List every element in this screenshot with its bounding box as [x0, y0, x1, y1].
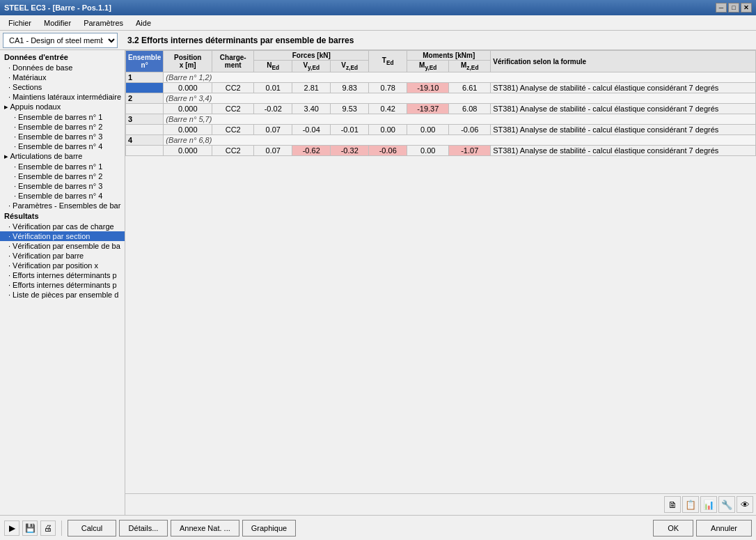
- cell-mz: 6.08: [449, 104, 491, 114]
- sidebar-item-maintiens[interactable]: · Maintiens latéraux intermédiaire: [0, 92, 125, 102]
- cell-ensemble: [126, 125, 164, 135]
- row-ensemble-num: 4: [126, 135, 164, 146]
- sidebar-item-artic-2[interactable]: · Ensemble de barres n° 2: [0, 171, 125, 181]
- cell-my: 0.00: [407, 146, 449, 156]
- cell-ned: 0.07: [254, 125, 292, 135]
- menu-aide[interactable]: Aide: [130, 17, 157, 29]
- menu-modifier[interactable]: Modifier: [38, 17, 77, 29]
- sidebar-item-artic-3[interactable]: · Ensemble de barres n° 3: [0, 181, 125, 191]
- print-icon[interactable]: 🖨: [40, 520, 56, 536]
- cell-mz: -0.06: [449, 125, 491, 135]
- window-controls: ─ □ ✕: [716, 3, 752, 13]
- icon-chart[interactable]: 📊: [700, 496, 717, 513]
- details-button[interactable]: Détails...: [119, 520, 168, 537]
- cell-ned: 0.01: [254, 83, 292, 93]
- sidebar-group-articulations[interactable]: ▸ Articulations de barre: [0, 151, 125, 162]
- sidebar-item-verif-cas[interactable]: · Vérification par cas de charge: [0, 222, 125, 231]
- sidebar-item-verif-position[interactable]: · Vérification par position x: [0, 261, 125, 270]
- sidebar-item-artic-1[interactable]: · Ensemble de barres n° 1: [0, 162, 125, 171]
- cell-my: 0.00: [407, 125, 449, 135]
- annuler-button[interactable]: Annuler: [696, 520, 752, 537]
- sidebar-item-donnees-base[interactable]: · Données de base: [0, 63, 125, 72]
- ok-button[interactable]: OK: [653, 520, 693, 537]
- cell-my: -19.37: [407, 104, 449, 114]
- minimize-button[interactable]: ─: [716, 3, 727, 13]
- cell-chargement: CC2: [212, 104, 254, 114]
- row-ensemble-num: 2: [126, 93, 164, 104]
- cell-ensemble: [126, 83, 164, 93]
- graphique-button[interactable]: Graphique: [242, 520, 296, 537]
- title-bar: STEEL EC3 - [Barre - Pos.1.1] ─ □ ✕: [0, 0, 756, 15]
- sidebar-item-sections[interactable]: · Sections: [0, 82, 125, 92]
- cell-mz: 6.61: [449, 83, 491, 93]
- sidebar-item-appuis-1[interactable]: · Ensemble de barres n° 1: [0, 112, 125, 122]
- close-button[interactable]: ✕: [741, 3, 752, 13]
- col-header-moments: Moments [kNm]: [407, 51, 491, 61]
- cell-my: -19.10: [407, 83, 449, 93]
- sidebar-item-verif-section[interactable]: · Vérification par section: [0, 231, 125, 241]
- cell-position: 0.000: [164, 83, 212, 93]
- row-ensemble-num: 3: [126, 114, 164, 125]
- cell-vz: -0.01: [331, 125, 369, 135]
- run-icon[interactable]: ▶: [4, 520, 19, 536]
- cell-position: 0.000: [164, 125, 212, 135]
- sidebar-item-artic-4[interactable]: · Ensemble de barres n° 4: [0, 191, 125, 201]
- annexe-button[interactable]: Annexe Nat. ...: [171, 520, 239, 537]
- sidebar-item-verif-ensemble[interactable]: · Vérification par ensemble de ba: [0, 241, 125, 251]
- sidebar-section-donnees: Données d'entrée: [0, 52, 125, 63]
- cell-vy: 3.40: [292, 104, 331, 114]
- col-header-VzEd: Vz,Ed: [331, 61, 369, 72]
- main-table: Ensemblen° Positionx [m] Charge-ment For…: [125, 50, 756, 156]
- sidebar-item-efforts-2[interactable]: · Efforts internes déterminants p: [0, 280, 125, 290]
- cell-chargement: CC2: [212, 125, 254, 135]
- col-header-MzEd: Mz,Ed: [449, 61, 491, 72]
- cell-position: 0.000: [164, 146, 212, 156]
- maximize-button[interactable]: □: [728, 3, 739, 13]
- sidebar-item-verif-barre[interactable]: · Vérification par barre: [0, 251, 125, 261]
- icon-view[interactable]: 👁: [737, 496, 753, 513]
- col-header-B: Positionx [m]: [164, 51, 212, 72]
- data-scroll[interactable]: Ensemblen° Positionx [m] Charge-ment For…: [125, 50, 756, 493]
- sidebar-item-parametres-ensembles[interactable]: · Paramètres - Ensembles de bar: [0, 201, 125, 210]
- icon-table[interactable]: 🗎: [664, 496, 681, 513]
- col-header-VyEd: Vy,Ed: [292, 61, 331, 72]
- col-header-forces: Forces [kN]: [254, 51, 369, 61]
- sidebar-item-efforts-1[interactable]: · Efforts internes déterminants p: [0, 270, 125, 280]
- save-icon[interactable]: 💾: [22, 520, 38, 536]
- sidebar: Données d'entrée · Données de base · Mat…: [0, 50, 125, 515]
- design-case-dropdown[interactable]: CA1 - Design of steel members: [3, 33, 118, 48]
- col-header-verification: Vérification selon la formule: [491, 51, 756, 72]
- sidebar-item-appuis-4[interactable]: · Ensemble de barres n° 4: [0, 141, 125, 151]
- window-title: STEEL EC3 - [Barre - Pos.1.1]: [4, 3, 111, 12]
- sidebar-item-materiaux[interactable]: · Matériaux: [0, 72, 125, 82]
- col-header-Ned: NEd: [254, 61, 292, 72]
- cell-ted: 0.00: [369, 125, 407, 135]
- col-header-MyEd: My,Ed: [407, 61, 449, 72]
- sidebar-item-appuis-3[interactable]: · Ensemble de barres n° 3: [0, 132, 125, 141]
- main-content: Données d'entrée · Données de base · Mat…: [0, 50, 756, 515]
- row-group-label: (Barre n° 6,8): [164, 135, 756, 146]
- sidebar-section-resultats: Résultats: [0, 210, 125, 222]
- icon-settings[interactable]: 🔧: [718, 496, 735, 513]
- cell-vy: 2.81: [292, 83, 331, 93]
- cell-vy: -0.04: [292, 125, 331, 135]
- cell-ensemble: [126, 146, 164, 156]
- cell-verification: ST381) Analyse de stabilité - calcul éla…: [491, 104, 756, 114]
- cell-ted: 0.42: [369, 104, 407, 114]
- menu-fichier[interactable]: Fichier: [3, 17, 37, 29]
- cell-ensemble: [126, 104, 164, 114]
- cell-ted: 0.78: [369, 83, 407, 93]
- calcul-button[interactable]: Calcul: [68, 520, 116, 537]
- sidebar-group-appuis[interactable]: ▸ Appuis nodaux: [0, 102, 125, 112]
- menu-bar: Fichier Modifier Paramètres Aide: [0, 15, 756, 31]
- cell-ned: -0.02: [254, 104, 292, 114]
- row-ensemble-num: 1: [126, 72, 164, 83]
- menu-parametres[interactable]: Paramètres: [78, 17, 129, 29]
- icon-details[interactable]: 📋: [682, 496, 699, 513]
- cell-ted: -0.06: [369, 146, 407, 156]
- sidebar-item-appuis-2[interactable]: · Ensemble de barres n° 2: [0, 122, 125, 132]
- cell-verification: ST381) Analyse de stabilité - calcul éla…: [491, 146, 756, 156]
- col-header-A: Ensemblen°: [126, 51, 164, 72]
- sidebar-item-liste-pieces[interactable]: · Liste de pièces par ensemble d: [0, 290, 125, 300]
- bottom-bar: ▶ 💾 🖨 Calcul Détails... Annexe Nat. ... …: [0, 515, 756, 540]
